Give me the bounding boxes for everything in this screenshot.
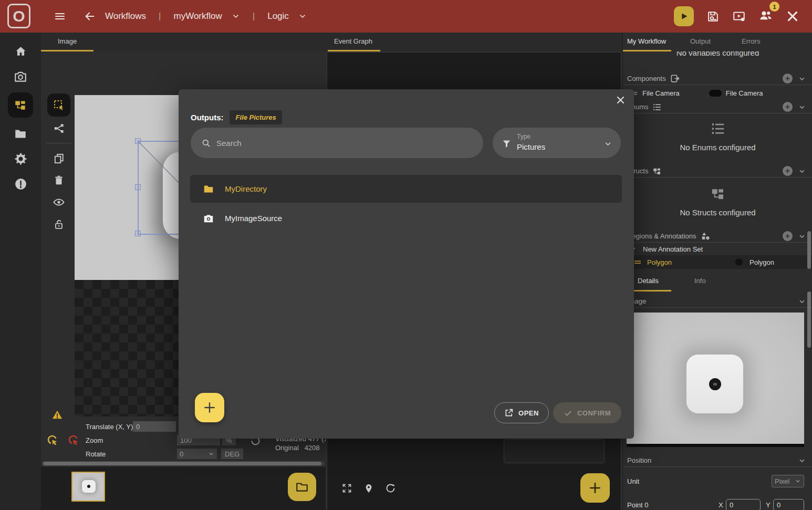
search-input[interactable]: [216, 139, 483, 148]
list-item-image-source[interactable]: MyImageSource: [190, 204, 622, 232]
zoom-label: Zoom: [86, 436, 103, 444]
add-output-fab[interactable]: [195, 393, 224, 422]
chevron-down-icon[interactable]: [298, 12, 307, 20]
tab-output[interactable]: Output: [690, 37, 711, 45]
open-button[interactable]: OPEN: [494, 402, 549, 423]
list-item-directory[interactable]: MyDirectory: [190, 175, 622, 203]
sidebar-item-camera[interactable]: [8, 67, 33, 86]
delete-tool[interactable]: [47, 170, 70, 191]
image-section-header[interactable]: Image: [623, 295, 812, 308]
close-icon[interactable]: [613, 92, 628, 107]
regions-section-header[interactable]: Regions & Annotations: [623, 230, 812, 243]
app-logo[interactable]: O: [7, 4, 30, 28]
sidebar-item-alerts[interactable]: [8, 175, 33, 193]
component-toggle[interactable]: [709, 90, 722, 97]
menu-icon[interactable]: [54, 10, 66, 23]
tab-image[interactable]: Image: [58, 37, 77, 45]
topbar: O Workflows | myWorkflow | Logic: [0, 0, 812, 33]
components-label: Components: [627, 75, 666, 82]
enums-list-icon: [710, 121, 726, 137]
structs-section-header[interactable]: Structs: [623, 165, 812, 178]
lock-tool[interactable]: [47, 214, 70, 235]
unit-select[interactable]: Pixel: [772, 475, 804, 487]
chevron-down-icon[interactable]: [232, 12, 240, 20]
sidebar-item-home[interactable]: [8, 42, 33, 60]
folder-icon: [14, 127, 27, 141]
workflow-name[interactable]: myWorkflow: [174, 11, 222, 22]
chevron-down-icon[interactable]: [798, 456, 806, 465]
add-struct-button[interactable]: [783, 166, 793, 176]
polygon-hexagon-icon: [734, 257, 744, 267]
enums-section-header[interactable]: Enums: [623, 101, 812, 113]
horizontal-scrollbar[interactable]: [42, 461, 325, 466]
tab-event-graph[interactable]: Event Graph: [334, 37, 372, 45]
sidebar-item-workflows[interactable]: [8, 92, 33, 118]
chevron-down-icon[interactable]: [798, 167, 806, 175]
selection-handle[interactable]: [135, 184, 141, 190]
sidebar-item-files[interactable]: [8, 124, 33, 143]
add-node-fab[interactable]: [580, 473, 610, 503]
toolstrip-divider: [46, 143, 71, 143]
selection-handle[interactable]: [135, 231, 141, 236]
duplicate-tool[interactable]: [47, 148, 70, 169]
annotation-type: Polygon: [749, 258, 774, 266]
open-folder-fab[interactable]: [288, 473, 316, 501]
tab-errors[interactable]: Errors: [742, 37, 760, 45]
chevron-down-icon[interactable]: [798, 232, 806, 241]
scrollbar-thumb[interactable]: [807, 231, 811, 269]
chevron-down-icon[interactable]: [798, 297, 806, 306]
visibility-tool[interactable]: [47, 192, 70, 213]
tab-underline: [623, 50, 671, 51]
display-settings-icon[interactable]: [732, 9, 746, 23]
point0-y-input[interactable]: [773, 499, 804, 510]
scrollbar-thumb[interactable]: [807, 292, 811, 348]
notification-badge[interactable]: 1: [769, 2, 779, 12]
position-section-header[interactable]: Position: [623, 454, 812, 467]
outputs-type-badge: File Pictures: [230, 110, 282, 124]
breadcrumb-workflows[interactable]: Workflows: [105, 11, 146, 22]
fit-view-icon[interactable]: [341, 483, 352, 494]
tools-icon[interactable]: [786, 9, 799, 23]
chevron-down-icon[interactable]: [798, 103, 806, 111]
add-enum-button[interactable]: [783, 102, 793, 112]
run-button[interactable]: [674, 6, 694, 26]
thumbnail-part: [82, 480, 96, 493]
rotate-value: 0: [180, 450, 183, 458]
type-filter-dropdown[interactable]: Type Pictures: [493, 128, 621, 158]
tab-details[interactable]: Details: [638, 277, 659, 285]
list-item-label: MyImageSource: [225, 214, 282, 223]
image-thumbnail[interactable]: [71, 472, 105, 502]
search-field[interactable]: [191, 128, 483, 158]
component-row[interactable]: File Camera File Camera: [623, 87, 812, 99]
translate-x-input[interactable]: [133, 421, 176, 432]
point0-x-input[interactable]: [726, 499, 761, 510]
save-icon[interactable]: [706, 10, 720, 23]
pin-icon[interactable]: [363, 483, 374, 494]
view-name[interactable]: Logic: [267, 11, 289, 22]
graph-node[interactable]: [504, 439, 605, 463]
tab-underline: [630, 290, 671, 292]
drag-handle-icon[interactable]: [633, 258, 642, 266]
tab-my-workflow[interactable]: My Workflow: [627, 37, 666, 45]
add-component-button[interactable]: [783, 74, 793, 84]
tab-info[interactable]: Info: [694, 277, 706, 285]
trash-icon: [53, 174, 65, 186]
annotation-row[interactable]: Polygon Polygon: [623, 255, 812, 269]
detail-image-preview[interactable]: [627, 313, 804, 447]
components-section-header[interactable]: Components: [623, 72, 812, 85]
scrollbar-thumb[interactable]: [43, 462, 321, 465]
selection-handle[interactable]: [135, 138, 141, 144]
share-nodes-tool[interactable]: [47, 118, 70, 139]
snap-cursor-red-icon[interactable]: [67, 434, 80, 447]
add-region-button[interactable]: [783, 231, 793, 241]
preview-letterbox: [627, 444, 804, 447]
marquee-select-tool[interactable]: [47, 93, 70, 117]
refresh-icon[interactable]: [385, 483, 396, 494]
chevron-down-icon[interactable]: [798, 75, 806, 83]
snap-cursor-yellow-icon[interactable]: [46, 434, 59, 447]
confirm-button[interactable]: CONFIRM: [553, 402, 621, 423]
annotation-set-row[interactable]: New Annotation Set: [623, 243, 812, 255]
rotate-select[interactable]: 0: [177, 449, 217, 459]
back-arrow-icon[interactable]: [84, 11, 96, 22]
sidebar-item-settings[interactable]: [8, 150, 33, 168]
